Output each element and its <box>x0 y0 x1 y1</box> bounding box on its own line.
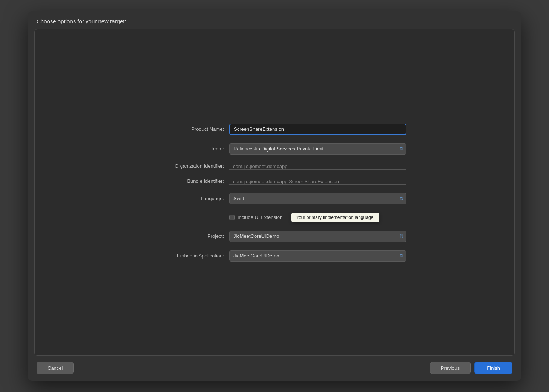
project-select-wrapper: JioMeetCoreUIDemo <box>229 231 406 242</box>
embed-select[interactable]: JioMeetCoreUIDemo <box>229 250 406 262</box>
footer-right-buttons: Previous Finish <box>430 362 512 374</box>
embed-select-wrapper: JioMeetCoreUIDemo <box>229 250 406 262</box>
team-select-wrapper: Reliance Jio Digital Services Private Li… <box>229 143 406 155</box>
dialog-content: Product Name: Team: Reliance Jio Digital… <box>34 29 515 356</box>
include-ui-row: Include UI Extension Your primary implem… <box>229 213 406 222</box>
product-name-input[interactable] <box>229 124 406 135</box>
org-identifier-row: Organization Identifier: com.jio.jiomeet… <box>143 163 406 170</box>
language-tooltip: Your primary implementation language. <box>291 213 379 222</box>
org-identifier-field: com.jio.jiomeet.demoapp <box>229 163 406 170</box>
team-row: Team: Reliance Jio Digital Services Priv… <box>143 143 406 155</box>
team-label: Team: <box>143 146 229 152</box>
language-select[interactable]: Swift Objective-C <box>229 193 406 204</box>
form-container: Product Name: Team: Reliance Jio Digital… <box>143 124 406 262</box>
bundle-identifier-row: Bundle Identifier: com.jio.jiomeet.demoa… <box>143 178 406 185</box>
project-label: Project: <box>143 233 229 239</box>
new-target-dialog: Choose options for your new target: Prod… <box>28 11 521 381</box>
bundle-identifier-value: com.jio.jiomeet.demoapp.ScreenShareExten… <box>229 176 343 187</box>
include-ui-wrapper: Include UI Extension <box>229 214 282 220</box>
language-label: Language: <box>143 196 229 201</box>
dialog-title: Choose options for your new target: <box>28 11 521 29</box>
org-identifier-value: com.jio.jiomeet.demoapp <box>229 161 291 172</box>
finish-button[interactable]: Finish <box>474 362 512 374</box>
previous-button[interactable]: Previous <box>430 362 471 374</box>
include-ui-label: Include UI Extension <box>238 214 282 220</box>
org-identifier-label: Organization Identifier: <box>143 163 229 169</box>
product-name-row: Product Name: <box>143 124 406 135</box>
product-name-label: Product Name: <box>143 126 229 132</box>
embed-label: Embed in Application: <box>143 253 229 259</box>
bundle-identifier-label: Bundle Identifier: <box>143 178 229 184</box>
embed-row: Embed in Application: JioMeetCoreUIDemo <box>143 250 406 262</box>
project-select[interactable]: JioMeetCoreUIDemo <box>229 231 406 242</box>
include-ui-checkbox[interactable] <box>229 215 235 220</box>
cancel-button[interactable]: Cancel <box>37 362 74 374</box>
dialog-footer: Cancel Previous Finish <box>28 356 521 381</box>
team-select[interactable]: Reliance Jio Digital Services Private Li… <box>229 143 406 155</box>
project-row: Project: JioMeetCoreUIDemo <box>143 231 406 242</box>
language-row: Language: Swift Objective-C <box>143 193 406 204</box>
bundle-identifier-field: com.jio.jiomeet.demoapp.ScreenShareExten… <box>229 178 406 185</box>
language-select-wrapper: Swift Objective-C <box>229 193 406 204</box>
